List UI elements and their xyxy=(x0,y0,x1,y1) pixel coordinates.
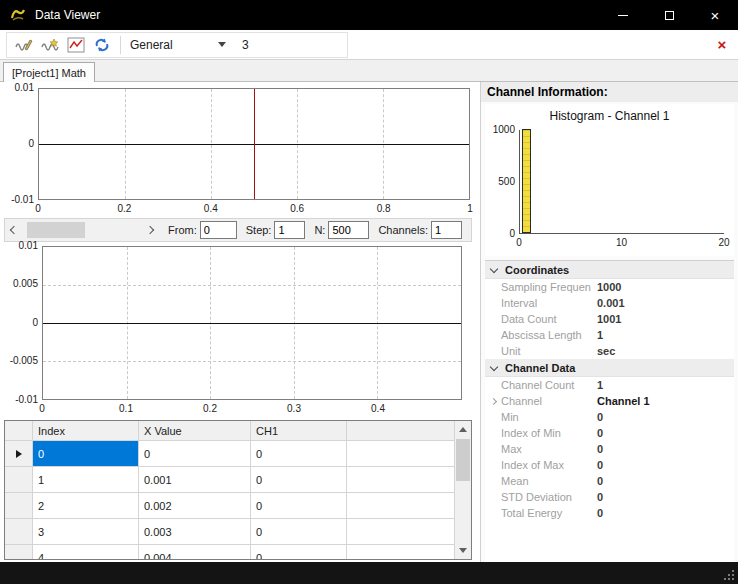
cell-index[interactable]: 0 xyxy=(33,441,139,466)
cell-xvalue[interactable]: 0.002 xyxy=(139,493,251,518)
property-label: Channel xyxy=(501,395,597,407)
refresh-icon xyxy=(93,37,111,53)
plot2-ytick: -0.01 xyxy=(4,394,38,405)
plot1-ytick: -0.01 xyxy=(4,194,34,205)
scrollbar-thumb[interactable] xyxy=(456,439,470,481)
cell-filler xyxy=(347,441,454,466)
property-row-channel[interactable]: Channel Channel 1 xyxy=(485,393,734,409)
chevron-down-icon[interactable] xyxy=(490,362,498,370)
property-row[interactable]: Data Count 1001 xyxy=(485,311,734,327)
scroll-left-button[interactable] xyxy=(5,219,23,241)
row-header[interactable] xyxy=(5,467,33,492)
cell-ch1[interactable]: 0 xyxy=(251,493,347,518)
column-header-index[interactable]: Index xyxy=(33,421,139,440)
close-panel-button[interactable]: × xyxy=(713,35,731,53)
property-row[interactable]: Abscissa Length 1 xyxy=(485,327,734,343)
group-coordinates[interactable]: Coordinates xyxy=(485,261,734,279)
plot2-x-axis: 0 0.1 0.2 0.3 0.4 xyxy=(42,402,462,416)
property-row[interactable]: STD Deviation 0 xyxy=(485,489,734,505)
table-row[interactable]: 2 0.002 0 xyxy=(5,493,454,519)
cell-xvalue[interactable]: 0.003 xyxy=(139,519,251,544)
histogram-canvas[interactable] xyxy=(519,130,724,234)
step-label: Step: xyxy=(246,224,272,236)
cell-index[interactable]: 1 xyxy=(33,467,139,492)
app-icon[interactable] xyxy=(9,6,27,24)
column-header-ch1[interactable]: CH1 xyxy=(251,421,347,440)
histogram-x-axis: 0 10 20 xyxy=(519,236,724,249)
row-header[interactable] xyxy=(5,493,33,518)
property-label: Min xyxy=(501,411,597,423)
property-row[interactable]: Min 0 xyxy=(485,409,734,425)
table-row[interactable]: 3 0.003 0 xyxy=(5,519,454,545)
cell-ch1[interactable]: 0 xyxy=(251,467,347,492)
scroll-up-button[interactable] xyxy=(455,421,471,438)
close-button[interactable]: × xyxy=(692,0,738,30)
cell-ch1[interactable]: 0 xyxy=(251,441,347,466)
maximize-button[interactable] xyxy=(646,0,692,30)
scroll-down-button[interactable] xyxy=(455,542,471,559)
channel-expander[interactable] xyxy=(485,399,501,404)
cell-xvalue[interactable]: 0.001 xyxy=(139,467,251,492)
row-header[interactable] xyxy=(5,545,33,559)
plot-view-button[interactable] xyxy=(63,34,89,56)
plot2-canvas[interactable] xyxy=(42,246,462,400)
property-label: Channel Count xyxy=(501,379,597,391)
property-row[interactable]: Mean 0 xyxy=(485,473,734,489)
minimize-button[interactable] xyxy=(600,0,646,30)
tab-project1-math[interactable]: [Project1] Math xyxy=(3,62,95,82)
channels-input[interactable] xyxy=(431,221,462,239)
signal-new-button[interactable] xyxy=(37,34,63,56)
current-row-marker-icon xyxy=(16,450,22,458)
table-row[interactable]: 1 0.001 0 xyxy=(5,467,454,493)
range-scrollbar[interactable] xyxy=(23,219,141,241)
view-mode-select[interactable]: General xyxy=(126,35,230,55)
property-row[interactable]: Interval 0.001 xyxy=(485,295,734,311)
resize-grip[interactable] xyxy=(722,568,734,580)
cell-ch1[interactable]: 0 xyxy=(251,545,347,559)
plot-view-icon xyxy=(67,37,85,53)
table-vertical-scrollbar[interactable] xyxy=(454,421,471,559)
property-row[interactable]: Index of Min 0 xyxy=(485,425,734,441)
cell-index[interactable]: 4 xyxy=(33,545,139,559)
chevron-down-icon[interactable] xyxy=(490,264,498,272)
property-value: 0 xyxy=(597,459,603,471)
histogram-panel: Histogram - Channel 1 1000 500 0 0 10 20 xyxy=(485,104,734,256)
table-row[interactable]: 4 0.004 0 xyxy=(5,545,454,559)
n-input[interactable] xyxy=(328,221,369,239)
table-body: Index X Value CH1 0 0 0 1 xyxy=(5,421,454,559)
property-row[interactable]: Unit sec xyxy=(485,343,734,359)
row-header[interactable] xyxy=(5,519,33,544)
cell-index[interactable]: 2 xyxy=(33,493,139,518)
signal-edit-button[interactable] xyxy=(11,34,37,56)
count-field[interactable]: 3 xyxy=(242,38,249,52)
signal-edit-icon xyxy=(15,37,33,53)
row-header[interactable] xyxy=(5,441,33,466)
step-input[interactable] xyxy=(274,221,305,239)
table-row[interactable]: 0 0 0 xyxy=(5,441,454,467)
property-row[interactable]: Total Energy 0 xyxy=(485,505,734,521)
cell-xvalue[interactable]: 0.004 xyxy=(139,545,251,559)
group-channel-data[interactable]: Channel Data xyxy=(485,359,734,377)
refresh-button[interactable] xyxy=(89,34,115,56)
property-row[interactable]: Channel Count 1 xyxy=(485,377,734,393)
property-grid: Coordinates Sampling Frequen 1000 Interv… xyxy=(485,260,734,562)
cell-index[interactable]: 3 xyxy=(33,519,139,544)
from-input[interactable] xyxy=(200,221,237,239)
scroll-right-button[interactable] xyxy=(141,219,159,241)
property-row[interactable]: Sampling Frequen 1000 xyxy=(485,279,734,295)
range-navbar: From: Step: N: Channels: xyxy=(4,218,472,242)
cell-xvalue[interactable]: 0 xyxy=(139,441,251,466)
scrollbar-track[interactable] xyxy=(455,438,471,542)
property-label: Max xyxy=(501,443,597,455)
plot1-canvas[interactable] xyxy=(38,88,470,200)
plot2-ytick: 0 xyxy=(4,317,38,328)
property-row[interactable]: Index of Max 0 xyxy=(485,457,734,473)
data-viewer-window: Data Viewer × xyxy=(0,0,738,584)
range-scrollbar-thumb[interactable] xyxy=(27,222,85,238)
cursor-line[interactable] xyxy=(254,89,255,199)
column-header-xvalue[interactable]: X Value xyxy=(139,421,251,440)
property-row[interactable]: Max 0 xyxy=(485,441,734,457)
cell-ch1[interactable]: 0 xyxy=(251,519,347,544)
property-value: 0 xyxy=(597,443,603,455)
from-label: From: xyxy=(168,224,197,236)
